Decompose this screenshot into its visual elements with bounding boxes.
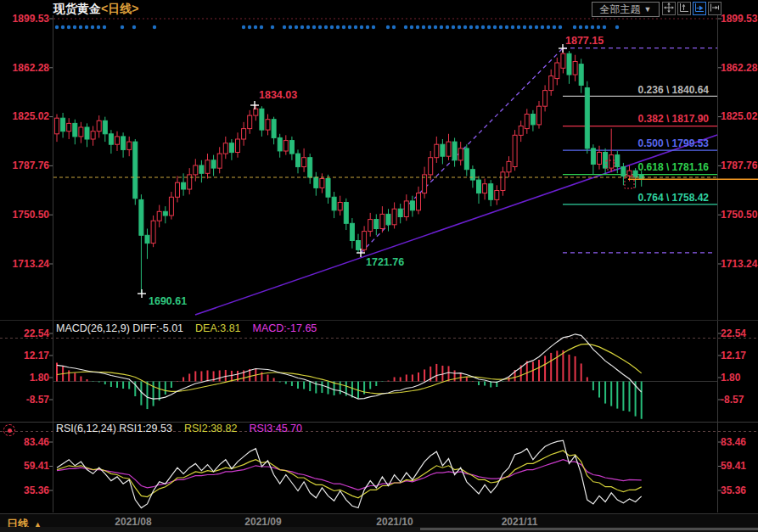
rsi-axis-label: 35.36	[721, 484, 746, 496]
price-axis-label: 1825.02	[721, 110, 757, 122]
rsi-axis-label: 59.41	[721, 460, 746, 472]
axis-scale-button[interactable]	[677, 2, 691, 15]
fib-level-label: 0.618 \ 1781.16	[556, 161, 709, 173]
macd-axis-label: 12.17	[721, 350, 746, 361]
swing-high-annotation: 1834.03	[259, 89, 297, 101]
instrument-name: 现货黄金	[53, 2, 101, 15]
macd-header: MACD(26,12,9) DIFF:-5.01 DEA:3.81 MACD:-…	[56, 322, 317, 334]
x-axis-date: 2021/08	[115, 516, 151, 528]
macd-dea-value: DEA:3.81	[195, 322, 241, 334]
page-title: 现货黄金<日线>	[53, 1, 138, 17]
chart-toolbar	[662, 2, 722, 15]
period-tag: <日线>	[101, 2, 138, 15]
swing-high-annotation: 1877.15	[565, 35, 604, 47]
macd-axis-label: 22.54	[0, 328, 49, 339]
price-axis-label: 1713.24	[0, 258, 49, 270]
macd-axis-label: 1.80	[721, 372, 740, 384]
price-axis-label: 1899.53	[0, 13, 49, 25]
price-axis-label: 1825.02	[0, 110, 49, 122]
chevron-down-icon: ▼	[644, 5, 652, 14]
fib-level-label: 0.500 \ 1799.53	[556, 137, 709, 149]
pan-icon	[664, 1, 674, 16]
theme-dropdown-label: 全部主题	[600, 3, 641, 17]
target-dot-icon	[8, 428, 12, 433]
theme-dropdown[interactable]: 全部主题 ▼	[592, 2, 660, 17]
rsi2-value: RSI2:38.82	[184, 423, 238, 434]
rsi3-value: RSI3:45.70	[249, 423, 302, 434]
price-axis-label: 1750.50	[721, 209, 757, 221]
pan-right-button[interactable]	[708, 2, 722, 15]
axis-play-icon	[694, 1, 705, 16]
price-axis-label: 1787.76	[0, 160, 49, 171]
price-axis-label: 1713.24	[721, 258, 757, 270]
price-axis-label: 1787.76	[721, 160, 757, 171]
macd-axis-label: 22.54	[721, 328, 746, 339]
rsi-axis-label: 59.41	[0, 460, 49, 472]
axis-scale-icon	[679, 1, 689, 16]
axis-play-button[interactable]	[693, 2, 706, 15]
rsi-header: RSI(6,12,24) RSI1:29.53 RSI2:38.82 RSI3:…	[56, 423, 302, 434]
price-axis-label: 1862.28	[0, 62, 49, 74]
rsi-axis-label: 35.36	[0, 484, 49, 496]
fib-level-label: 0.382 \ 1817.90	[556, 113, 709, 125]
range-scrollbar-thumb[interactable]	[420, 528, 758, 530]
swing-low-annotation: 1721.76	[366, 256, 404, 268]
macd-axis-label: -8.57	[0, 394, 49, 406]
rsi1-value: RSI(6,12,24) RSI1:29.53	[56, 423, 172, 434]
fib-level-label: 0.764 \ 1758.42	[556, 192, 709, 204]
macd-axis-label: 12.17	[0, 350, 49, 361]
macd-axis-label: 1.80	[0, 372, 49, 384]
macd-title-diff: MACD(26,12,9) DIFF:-5.01	[56, 322, 183, 334]
x-axis-date: 2021/09	[244, 516, 281, 528]
rsi-axis-label: 83.46	[721, 436, 746, 448]
x-axis-date: 2021/11	[502, 516, 538, 528]
price-axis-label: 1750.50	[0, 209, 49, 221]
macd-axis-label: -8.57	[721, 394, 744, 406]
price-axis-label: 1862.28	[721, 62, 757, 74]
chart-app-window: 现货黄金<日线> 全部主题 ▼ 1899.53 1862.28 1825.02 …	[0, 0, 758, 532]
x-axis-date: 2021/10	[376, 516, 413, 528]
target-icon[interactable]	[3, 424, 15, 436]
macd-hist-value: MACD:-17.65	[253, 322, 317, 334]
pan-right-icon	[710, 1, 720, 16]
pan-tool-button[interactable]	[662, 2, 676, 15]
price-axis-label: 1899.53	[721, 13, 757, 25]
rsi-axis-label: 83.46	[0, 436, 49, 448]
swing-low-annotation: 1690.61	[149, 295, 187, 307]
fib-level-label: 0.236 \ 1840.64	[556, 84, 709, 96]
